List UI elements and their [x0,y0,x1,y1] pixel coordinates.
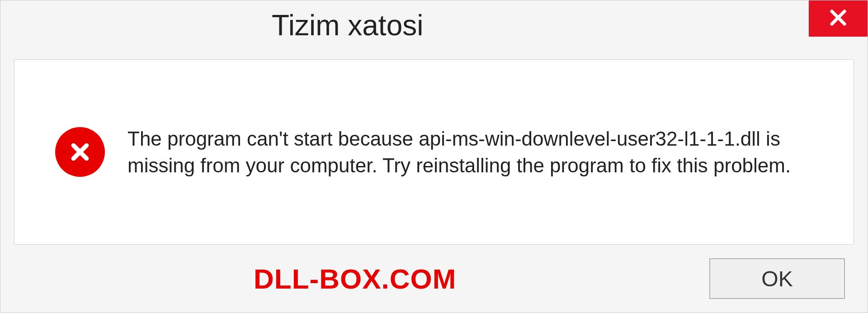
content-panel: The program can't start because api-ms-w… [14,59,854,245]
close-button[interactable] [809,0,868,37]
titlebar: Tizim xatosi [0,0,868,55]
error-message: The program can't start because api-ms-w… [127,125,826,179]
error-icon [55,127,105,177]
ok-button[interactable]: OK [709,258,845,299]
watermark-text: DLL-BOX.COM [254,263,456,295]
dialog-footer: DLL-BOX.COM OK [0,245,868,313]
close-icon [827,7,849,30]
dialog-title: Tizim xatosi [0,0,423,42]
error-dialog: Tizim xatosi The program can't start bec… [0,0,868,313]
